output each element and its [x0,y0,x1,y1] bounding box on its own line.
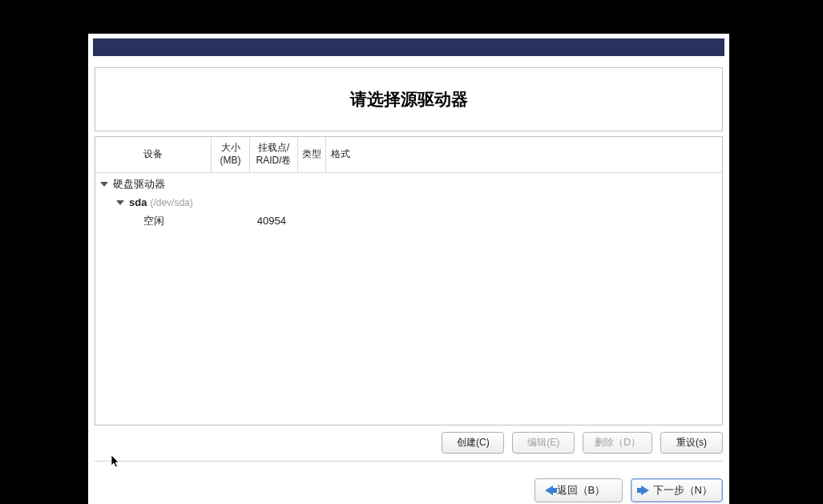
partition-name: 空闲 [143,214,208,228]
page-title: 请选择源驱动器 [350,88,468,111]
nav-buttons: 返回（B） 下一步（N） [95,478,723,502]
tree-row-free[interactable]: 空闲 40954 [95,212,722,230]
next-label: 下一步（N） [653,483,712,498]
edit-button: 编辑(E) [512,432,575,454]
delete-button: 删除（D） [583,432,652,454]
col-size[interactable]: 大小(MB) [212,137,250,172]
partition-size: 40954 [208,215,286,227]
tree-row-hard-drives[interactable]: 硬盘驱动器 [95,175,722,193]
col-device[interactable]: 设备 [95,137,212,172]
expand-icon[interactable] [100,180,108,188]
installer-window: 请选择源驱动器 设备 大小(MB) 挂载点/RAID/卷 类型 格式 硬盘驱动器 [88,34,729,504]
header-band [93,38,724,56]
col-type[interactable]: 类型 [298,137,326,172]
tree-row-sda[interactable]: sda (/dev/sda) [95,193,722,212]
disk-name: sda [129,196,147,208]
create-button[interactable]: 创建(C) [442,432,504,454]
partition-table: 设备 大小(MB) 挂载点/RAID/卷 类型 格式 硬盘驱动器 sda [95,136,723,425]
divider [95,461,723,462]
col-format[interactable]: 格式 [326,137,355,172]
table-header: 设备 大小(MB) 挂载点/RAID/卷 类型 格式 [95,137,722,173]
arrow-right-icon [641,486,649,495]
back-button[interactable]: 返回（B） [535,478,623,502]
col-mount[interactable]: 挂载点/RAID/卷 [250,137,298,172]
reset-button[interactable]: 重设(s) [660,432,723,454]
tree-label-root: 硬盘驱动器 [113,177,165,192]
back-label: 返回（B） [557,483,606,498]
title-panel: 请选择源驱动器 [95,67,723,131]
arrow-left-icon [545,486,553,495]
toolbar-buttons: 创建(C) 编辑(E) 删除（D） 重设(s) [95,432,723,456]
tree-body: 硬盘驱动器 sda (/dev/sda) 空闲 40954 [95,173,722,230]
next-button[interactable]: 下一步（N） [631,478,723,502]
disk-path: (/dev/sda) [150,197,192,208]
expand-icon[interactable] [116,199,124,207]
